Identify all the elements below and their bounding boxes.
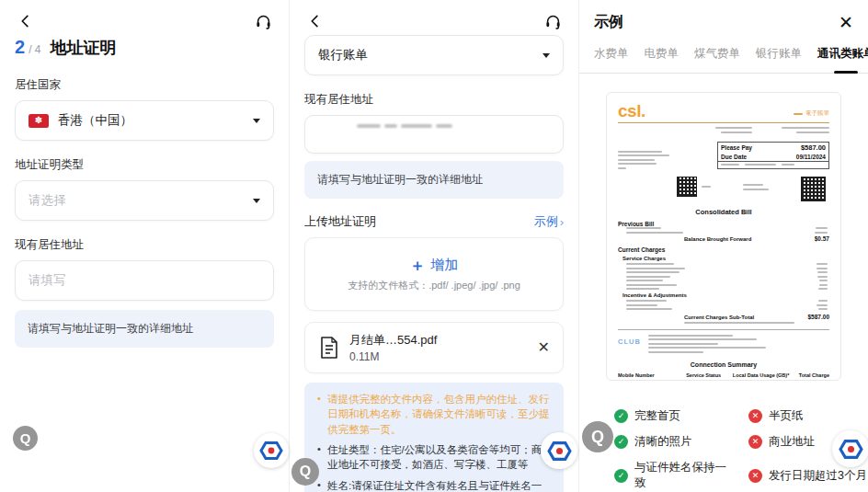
subtotal-row: Current Charges Sub-Total $587.00 bbox=[684, 314, 829, 320]
bill-recipient-address bbox=[618, 151, 669, 170]
watermark-q-icon: Q bbox=[291, 458, 319, 486]
country-select[interactable]: ✽ 香港（中国） bbox=[15, 100, 274, 141]
sample-bill-image: csl. 電子賬單 Please Pay $58 bbox=[606, 92, 841, 381]
address-hint: 请填写与地址证明一致的详细地址 bbox=[304, 161, 564, 199]
doc-type-select[interactable]: 银行账单 bbox=[304, 35, 564, 75]
current-charges-heading: Current Charges bbox=[618, 246, 829, 253]
support-button[interactable] bbox=[542, 10, 564, 32]
club-logo: CLUB bbox=[618, 338, 641, 346]
screen: 2 / 4 地址证明 居住国家 ✽ 香港（中国） 地址证明类型 请选择 现有居住… bbox=[0, 0, 868, 492]
upload-requirements: 请提供完整的文件内容，包含用户的住址、发行日期和机构名称，请确保文件清晰可读，至… bbox=[304, 383, 564, 492]
page-title: 地址证明 bbox=[50, 37, 116, 59]
bill-payment-box: Please Pay $587.00 Due Date 09/11/2024 bbox=[717, 142, 829, 170]
cross-icon: ✕ bbox=[748, 409, 762, 423]
connection-summary-heading: Connection Summary bbox=[618, 361, 829, 368]
upload-dropzone[interactable]: ＋ 增加 支持的文件格式：.pdf/ .jpeg/ .jpg/ .png bbox=[304, 237, 564, 311]
step-total: / 4 bbox=[29, 43, 40, 56]
headset-icon bbox=[255, 13, 272, 30]
tab-telecom-bill[interactable]: 通讯类账单 bbox=[817, 46, 868, 73]
current-address-input[interactable] bbox=[304, 115, 564, 154]
do-item: ✓ 与证件姓名保持一致 bbox=[614, 460, 737, 491]
hong-kong-flag-icon: ✽ bbox=[29, 114, 49, 128]
watermark-hexagon-icon bbox=[832, 430, 868, 467]
example-header: 示例 ✕ bbox=[579, 0, 868, 33]
current-address-placeholder: 请填写 bbox=[29, 272, 260, 289]
qr-code-icon bbox=[677, 177, 697, 197]
qr-code-icon bbox=[801, 177, 826, 201]
country-value: 香港（中国） bbox=[58, 112, 253, 129]
ebill-title: 電子賬單 bbox=[794, 109, 829, 118]
support-button[interactable] bbox=[252, 10, 274, 32]
check-icon: ✓ bbox=[614, 435, 628, 449]
please-pay-value: $587.00 bbox=[801, 143, 826, 152]
example-checklist: ✓ 完整首页 ✕ 半页纸 ✓ 清晰的照片 ✕ 商业地址 ✓ 与证件姓名保持一致 … bbox=[614, 408, 868, 491]
incentives-heading: Incentive & Adjustments bbox=[622, 292, 829, 298]
current-address-label: 现有居住地址 bbox=[304, 92, 564, 108]
close-icon[interactable]: ✕ bbox=[839, 14, 853, 31]
bill-account-meta bbox=[618, 127, 829, 133]
tab-bank-statement[interactable]: 银行账单 bbox=[756, 46, 802, 73]
back-chevron-icon bbox=[17, 13, 34, 29]
watermark-q-icon: Q bbox=[13, 426, 38, 451]
file-size: 0.11M bbox=[349, 350, 529, 363]
do-item: ✓ 完整首页 bbox=[614, 408, 737, 424]
remove-file-button[interactable]: ✕ bbox=[538, 340, 550, 355]
step-header: 2 / 4 地址证明 bbox=[0, 35, 289, 64]
requirement-item: 请提供完整的文件内容，包含用户的住址、发行日期和机构名称，请确保文件清晰可读，至… bbox=[317, 392, 551, 437]
back-chevron-icon bbox=[307, 13, 324, 29]
caret-down-icon bbox=[253, 119, 260, 123]
supported-formats: 支持的文件格式：.pdf/ .jpeg/ .jpg/ .png bbox=[348, 279, 520, 292]
requirement-item: 住址类型：住宅/公寓以及各类宿舍等均可；商业地址不可接受，如酒店、写字楼、工厦等 bbox=[317, 442, 551, 473]
uploaded-file-item: 月结单…554.pdf 0.11M ✕ bbox=[304, 322, 564, 373]
check-icon: ✓ bbox=[614, 409, 628, 423]
plus-icon: ＋ bbox=[410, 257, 426, 273]
panel-address-proof-step: 2 / 4 地址证明 居住国家 ✽ 香港（中国） 地址证明类型 请选择 现有居住… bbox=[0, 0, 290, 492]
watermark-hexagon-icon bbox=[541, 432, 577, 469]
caret-down-icon bbox=[542, 53, 550, 58]
due-date-value: 09/11/2024 bbox=[796, 154, 826, 160]
proof-type-select[interactable]: 请选择 bbox=[15, 180, 274, 221]
panel-upload-proof: 银行账单 现有居住地址 请填写与地址证明一致的详细地址 上传地址证明 示例 › … bbox=[290, 0, 579, 492]
headset-icon bbox=[544, 13, 562, 30]
club-footer: CLUB bbox=[618, 335, 829, 353]
back-button[interactable] bbox=[304, 10, 326, 32]
service-charges-heading: Service Charges bbox=[622, 256, 829, 261]
watermark-hexagon-icon bbox=[254, 433, 289, 468]
balance-brought-forward: Balance Brought Forward $0.57 bbox=[684, 235, 829, 242]
example-link[interactable]: 示例 › bbox=[534, 213, 564, 230]
tab-gas-bill[interactable]: 煤气费单 bbox=[694, 46, 740, 73]
csl-logo: csl. bbox=[618, 104, 645, 118]
example-title: 示例 bbox=[594, 13, 623, 32]
example-tabs: 水费单 电费单 煤气费单 银行账单 通讯类账单 bbox=[579, 33, 868, 74]
tab-water-bill[interactable]: 水费单 bbox=[594, 46, 629, 73]
proof-type-label: 地址证明类型 bbox=[15, 157, 274, 173]
watermark-q-icon: Q bbox=[582, 421, 613, 452]
proof-type-placeholder: 请选择 bbox=[29, 192, 253, 209]
add-file-label: 增加 bbox=[431, 257, 459, 274]
caret-down-icon bbox=[253, 199, 260, 203]
document-icon bbox=[318, 336, 340, 360]
upload-section-header: 上传地址证明 示例 › bbox=[304, 213, 564, 230]
add-file-button[interactable]: ＋ 增加 bbox=[410, 257, 459, 274]
dont-item: ✕ 半页纸 bbox=[748, 408, 868, 424]
cross-icon: ✕ bbox=[748, 469, 762, 483]
chevron-right-icon: › bbox=[560, 215, 564, 229]
example-link-label: 示例 bbox=[534, 213, 558, 230]
current-address-input[interactable]: 请填写 bbox=[15, 260, 274, 301]
previous-bill-heading: Previous Bill bbox=[618, 221, 829, 227]
current-address-label: 现有居住地址 bbox=[15, 237, 274, 253]
connection-summary-table: Mobile Number Service Status Local Data … bbox=[618, 372, 829, 381]
tab-electric-bill[interactable]: 电费单 bbox=[645, 46, 680, 73]
file-meta: 月结单…554.pdf 0.11M bbox=[349, 332, 529, 363]
back-button[interactable] bbox=[15, 10, 37, 32]
file-name: 月结单…554.pdf bbox=[349, 332, 529, 349]
due-date-label: Due Date bbox=[721, 154, 747, 160]
bill-qr-row bbox=[618, 177, 829, 201]
panel-example-sheet: 示例 ✕ 水费单 电费单 煤气费单 银行账单 通讯类账单 csl. 電子賬單 bbox=[579, 0, 868, 492]
step-current: 2 bbox=[15, 37, 25, 58]
divider bbox=[618, 122, 829, 123]
divider bbox=[618, 329, 829, 330]
address-hint: 请填写与地址证明一致的详细地址 bbox=[15, 310, 274, 348]
navbar bbox=[0, 0, 289, 35]
do-item: ✓ 清晰的照片 bbox=[614, 434, 737, 450]
